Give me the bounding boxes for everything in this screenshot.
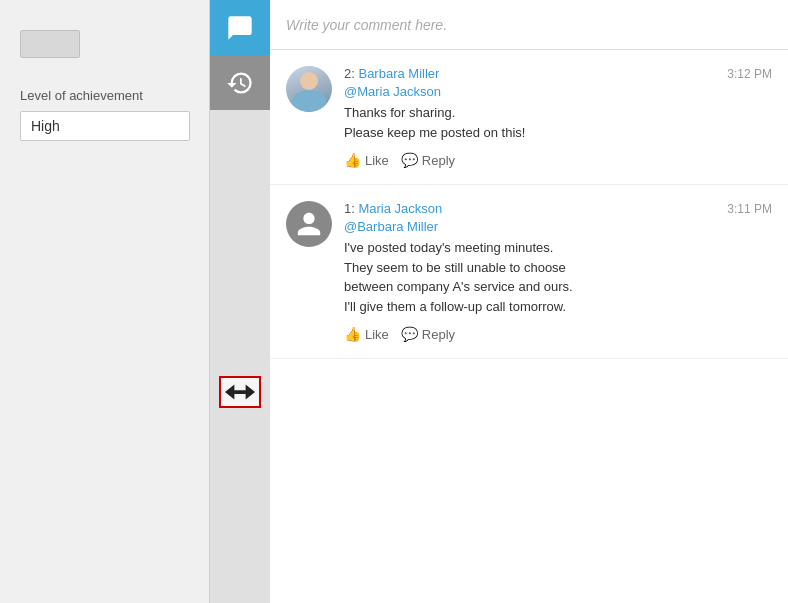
comment-author-name-maria: Maria Jackson	[358, 201, 442, 216]
comment-time-barbara: 3:12 PM	[727, 67, 772, 81]
main-content: Write your comment here. 2: Barbara Mill…	[270, 0, 788, 603]
comment-header-maria: 1: Maria Jackson 3:11 PM	[344, 201, 772, 216]
comment-input-area[interactable]: Write your comment here.	[270, 0, 788, 50]
default-avatar-icon	[295, 210, 323, 238]
comment-author-name-barbara: Barbara Miller	[358, 66, 439, 81]
comment-input-placeholder[interactable]: Write your comment here.	[286, 17, 447, 33]
avatar-body	[292, 90, 326, 112]
comment-text-maria: I've posted today's meeting minutes. The…	[344, 238, 772, 316]
comment-body-barbara: 2: Barbara Miller 3:12 PM @Maria Jackson…	[344, 66, 772, 168]
comment-text-barbara: Thanks for sharing.Please keep me posted…	[344, 103, 772, 142]
like-button-barbara[interactable]: 👍 Like	[344, 152, 389, 168]
comment-item: 2: Barbara Miller 3:12 PM @Maria Jackson…	[270, 50, 788, 185]
comment-time-maria: 3:11 PM	[727, 202, 772, 216]
level-of-achievement-value: High	[20, 111, 190, 141]
level-of-achievement-label: Level of achievement	[20, 88, 189, 103]
like-label-barbara: Like	[365, 153, 389, 168]
comment-actions-barbara: 👍 Like 💬 Reply	[344, 152, 772, 168]
avatar-photo-barbara	[286, 66, 332, 112]
comment-mention-barbara: @Maria Jackson	[344, 84, 772, 99]
comment-author-id-barbara: 2: Barbara Miller	[344, 66, 439, 81]
comment-tab[interactable]	[210, 0, 270, 55]
resize-handle[interactable]	[219, 376, 261, 408]
reply-label-barbara: Reply	[422, 153, 455, 168]
svg-marker-0	[225, 384, 255, 399]
reply-label-maria: Reply	[422, 327, 455, 342]
like-button-maria[interactable]: 👍 Like	[344, 326, 389, 342]
history-tab[interactable]	[210, 55, 270, 110]
comment-icon	[226, 14, 254, 42]
resize-horizontal-icon	[225, 382, 255, 402]
reply-icon-maria: 💬	[401, 326, 418, 342]
comment-actions-maria: 👍 Like 💬 Reply	[344, 326, 772, 342]
comment-body-maria: 1: Maria Jackson 3:11 PM @Barbara Miller…	[344, 201, 772, 342]
reply-button-maria[interactable]: 💬 Reply	[401, 326, 455, 342]
sidebar-empty-box	[20, 30, 80, 58]
history-icon	[226, 69, 254, 97]
like-icon-maria: 👍	[344, 326, 361, 342]
comment-item-maria: 1: Maria Jackson 3:11 PM @Barbara Miller…	[270, 185, 788, 359]
like-label-maria: Like	[365, 327, 389, 342]
avatar-maria	[286, 201, 332, 247]
reply-button-barbara[interactable]: 💬 Reply	[401, 152, 455, 168]
comment-author-id-maria: 1: Maria Jackson	[344, 201, 442, 216]
reply-icon-barbara: 💬	[401, 152, 418, 168]
avatar	[286, 66, 332, 112]
comment-mention-maria: @Barbara Miller	[344, 219, 772, 234]
like-icon-barbara: 👍	[344, 152, 361, 168]
sidebar: Level of achievement High	[0, 0, 210, 603]
icon-column	[210, 0, 270, 603]
avatar-head	[300, 72, 318, 90]
comments-list: 2: Barbara Miller 3:12 PM @Maria Jackson…	[270, 50, 788, 603]
comment-header-barbara: 2: Barbara Miller 3:12 PM	[344, 66, 772, 81]
